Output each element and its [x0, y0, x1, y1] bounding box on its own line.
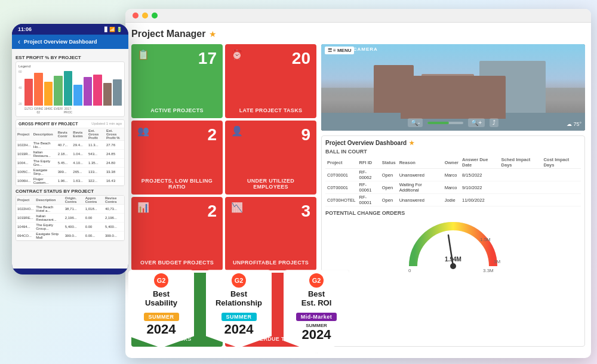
zoom-in-button[interactable]: 🔍+ — [468, 118, 485, 127]
g2-logo-usability: G2 — [154, 273, 168, 288]
under-utilized-label: UNDER UTILIZED EMPLOYEES — [231, 178, 310, 190]
active-projects-label: ACTIVE PROJECTS — [137, 107, 217, 113]
table-row: C0T00001 RF-00062 Open Unanswered Marco … — [325, 169, 581, 181]
contract-data-table: Project Description Origin. Contra Appro… — [16, 196, 124, 240]
dashboard-title-text: Project Overview Dashboard — [325, 140, 407, 146]
badge-shape-roi: G2 BestEst. ROI Mid-Market SUMMER 2024 — [284, 270, 349, 353]
maximize-dot[interactable] — [152, 13, 158, 18]
minimize-dot[interactable] — [142, 13, 148, 18]
bic-header-row: Project RFI ID Status Reason Owner Answe… — [325, 156, 581, 169]
svg-text:1.5M: 1.5M — [480, 237, 491, 242]
badge-ribbon-relationship: SUMMER — [221, 313, 257, 321]
active-projects-tile[interactable]: 📋 17 ACTIVE PROJECTS — [131, 44, 223, 118]
phone-contract-table: Project Description Origin. Contra Appro… — [16, 195, 125, 241]
bar-8 — [93, 75, 102, 106]
table-row: 1006H...Fluger Custom...1.96...1.63...32… — [16, 177, 124, 186]
bar-10 — [113, 79, 122, 106]
badge-year-relationship: 2024 — [211, 323, 267, 336]
table-updated: Updated 1 min ago — [91, 122, 122, 126]
camera-progress-fill — [427, 122, 449, 124]
svg-text:1.94M: 1.94M — [445, 256, 461, 263]
potential-change-orders-title: POTENTIAL CHANGE ORDERS — [325, 210, 581, 216]
contract-header-row: Project Description Origin. Contra Appro… — [16, 196, 124, 205]
camera-controls: 🔍- 🔍+ ⤴ — [321, 118, 585, 127]
dashboard-star-icon[interactable]: ★ — [409, 140, 414, 146]
table-row: 1005C...Eastgate Strip...399...265...133… — [16, 168, 124, 177]
gauge-svg: 0 1.5M 3M 3.3M 1.94M — [405, 218, 501, 272]
clock-icon: ⏰ — [231, 49, 243, 60]
low-billing-tile[interactable]: 👥 2 PROJECTS, LOW BILLING RATIO — [131, 121, 223, 195]
table-header-row: Project Description Revis Contr Revis Es… — [16, 128, 124, 141]
browser-bar — [125, 9, 591, 23]
right-panel: JOB SITE CAMERA ☰ ≡ MENU — [321, 44, 585, 347]
bar-7 — [84, 77, 93, 106]
svg-text:0: 0 — [408, 268, 411, 272]
gross-profit-data-table: Project Description Revis Contr Revis Es… — [16, 128, 124, 186]
trending-down-icon: 📉 — [231, 202, 243, 213]
award-badge-usability: G2 BestUsability SUMMER 2024 — [128, 270, 194, 353]
bar-4 — [54, 76, 63, 106]
bar-labels: GLTCUBR4 GRIND-02 1940C3 EVERSPEC 2017-P… — [24, 107, 122, 114]
phone-status-bar: 11:06 ▊ 📶 🔋 — [12, 24, 128, 35]
favorite-star-icon[interactable]: ★ — [209, 29, 217, 39]
table-row: 10494...The Equity Group...5,400...0.005… — [16, 223, 124, 232]
share-button[interactable]: ⤴ — [490, 118, 498, 127]
badge-year-roi: 2024 — [288, 328, 344, 341]
badge-title-usability: BestUsability — [133, 290, 189, 308]
back-icon[interactable]: ‹ — [18, 38, 20, 46]
app-title: Project Manager — [131, 29, 205, 39]
gauge-container: POTENTIAL CHANGE ORDERS — [325, 210, 581, 272]
phone-header: ‹ Project Overview Dashboard — [12, 35, 128, 49]
ball-in-court-title: BALL IN COURT — [325, 149, 581, 155]
under-utilized-tile[interactable]: 👤 9 UNDER UTILIZED EMPLOYEES — [225, 121, 316, 195]
award-badge-relationship: G2 BestRelationship SUMMER 2024 — [206, 270, 272, 353]
ball-in-court-table: Project RFI ID Status Reason Owner Answe… — [325, 156, 581, 206]
app-header: Project Manager ★ — [131, 29, 585, 39]
svg-text:3.3M: 3.3M — [483, 268, 494, 272]
chart-icon: 📊 — [137, 202, 149, 213]
phone-header-title: Project Overview Dashboard — [24, 39, 97, 45]
badge-title-relationship: BestRelationship — [211, 290, 267, 308]
y-label-60: 60 — [19, 70, 22, 73]
contract-section-title: CONTRACT STATUS BY PROJECT — [16, 189, 125, 194]
weather-display: ☁ 75° — [567, 121, 581, 127]
svg-point-1 — [450, 263, 456, 269]
dashboard-section: Project Overview Dashboard ★ BALL IN COU… — [321, 135, 585, 347]
phone-bar-chart: Legend 60 40 20 — [16, 61, 125, 117]
close-dot[interactable] — [133, 13, 139, 18]
svg-text:3M: 3M — [494, 259, 500, 264]
table-row: C0T00001 RF-00061 Open Waiting For Addit… — [325, 181, 581, 194]
camera-menu-button[interactable]: ☰ ≡ MENU — [325, 47, 354, 54]
y-axis-labels: 60 40 20 — [19, 70, 22, 106]
badge-shape-usability: G2 BestUsability SUMMER 2024 — [128, 270, 194, 348]
table-row: 1033RE...Italian Restaurant...2,196...0.… — [16, 214, 124, 223]
awards-row: G2 BestUsability SUMMER 2024 G2 BestRela… — [128, 270, 349, 353]
camera-section: JOB SITE CAMERA ☰ ≡ MENU — [321, 44, 585, 131]
unprofitable-tile[interactable]: 📉 3 UNPROFITABLE PROJECTS — [225, 197, 316, 271]
over-budget-tile[interactable]: 📊 2 OVER BUDGET PROJECTS — [131, 197, 223, 271]
phone-gross-profit-table: GROSS PROFIT BY PROJECT Updated 1 min ag… — [16, 119, 125, 186]
table-row: 1004...The Equity Gro...5.45...4.10...1.… — [16, 159, 124, 168]
badge-shape-relationship: G2 BestRelationship SUMMER 2024 — [206, 270, 272, 348]
dashboard-title: Project Overview Dashboard ★ — [325, 140, 581, 146]
unprofitable-label: UNPROFITABLE PROJECTS — [231, 260, 310, 266]
late-tasks-tile[interactable]: ⏰ 20 LATE PROJECT TASKS — [225, 44, 316, 118]
bar-6 — [73, 85, 82, 106]
zoom-out-button[interactable]: 🔍- — [408, 118, 423, 127]
g2-logo-roi: G2 — [309, 273, 324, 288]
phone-body: EST PROFIT % BY PROJECT Legend 60 40 20 — [12, 49, 128, 269]
table-row: 1022H...The Beach Ho...40.7...29.4...11.… — [16, 141, 124, 150]
low-billing-label: PROJECTS, LOW BILLING RATIO — [137, 178, 217, 190]
phone-est-profit-title: EST PROFIT % BY PROJECT — [16, 55, 125, 60]
badge-ribbon-roi: Mid-Market — [296, 313, 337, 321]
table-row: C0T00HOTEL RF-00001 Open Unanswered Jodi… — [325, 194, 581, 206]
clipboard-icon: 📋 — [137, 49, 149, 60]
bar-5 — [64, 71, 73, 106]
table-row: 1033R...Italian Restaura...2.18...1.04..… — [16, 150, 124, 159]
bar-9 — [103, 83, 112, 106]
over-budget-label: OVER BUDGET PROJECTS — [137, 260, 217, 266]
bars-area — [24, 70, 122, 106]
badge-year-usability: 2024 — [133, 323, 189, 336]
award-badge-roi: G2 BestEst. ROI Mid-Market SUMMER 2024 — [284, 270, 349, 353]
table-row: 1022HO...The Beach Hotel a...38,71...1,0… — [16, 205, 124, 214]
